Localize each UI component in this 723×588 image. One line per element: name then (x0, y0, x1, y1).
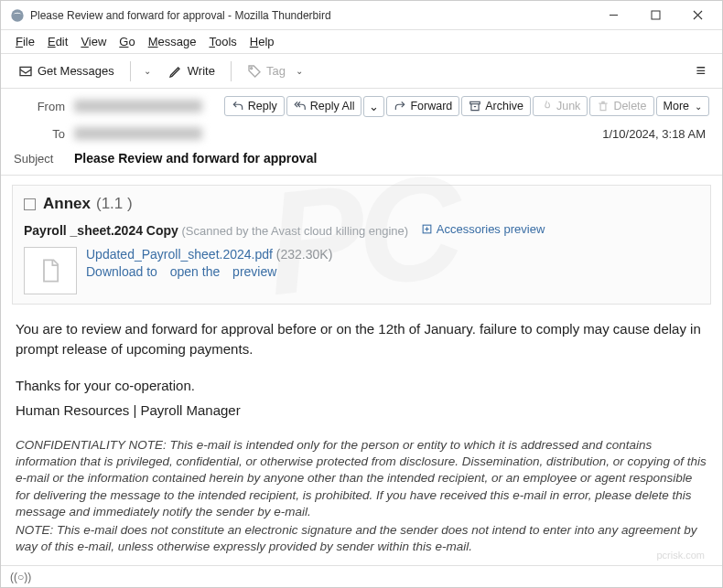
attachment-filesize: (232.30K) (276, 247, 332, 262)
write-button[interactable]: Write (160, 59, 223, 83)
menu-message[interactable]: Message (143, 33, 202, 50)
download-link[interactable]: Download to (86, 264, 157, 279)
title-bar: Please Review and forward for approval -… (1, 1, 722, 30)
separator (231, 61, 232, 81)
header-actions: Reply Reply All ⌄ Forward Archive Junk D… (224, 96, 709, 117)
checkbox-icon[interactable] (24, 198, 36, 210)
app-window: Please Review and forward for approval -… (0, 0, 723, 588)
menu-bar: File Edit View Go Message Tools Help (1, 30, 722, 54)
confidentiality-note: CONFIDENTIALITY NOTE: This e-mail is int… (16, 437, 707, 520)
subject-value: Please Review and forward for approval (74, 151, 317, 166)
more-button[interactable]: More ⌄ (656, 96, 709, 116)
menu-help[interactable]: Help (244, 33, 280, 50)
message-header: From Reply Reply All ⌄ Forward Archive J… (1, 89, 722, 176)
svg-point-5 (251, 67, 253, 69)
reply-button[interactable]: Reply (224, 96, 285, 116)
attachment-thumbnail[interactable] (24, 247, 77, 294)
window-title: Please Review and forward for approval -… (30, 9, 592, 22)
svg-rect-6 (470, 102, 480, 103)
preview-link[interactable]: preview (232, 264, 276, 279)
attachment-panel: Annex (1.1 ) Payroll _sheet.2024 Copy (S… (12, 185, 711, 305)
flame-icon (540, 100, 553, 112)
forward-button[interactable]: Forward (386, 96, 459, 116)
main-toolbar: Get Messages ⌄ Write Tag ⌄ ≡ (1, 54, 722, 89)
get-messages-button[interactable]: Get Messages (10, 59, 123, 83)
archive-label: Archive (485, 100, 523, 112)
get-messages-dropdown[interactable]: ⌄ (138, 62, 156, 80)
reply-all-icon (294, 100, 307, 112)
maximize-button[interactable] (634, 1, 676, 30)
junk-button[interactable]: Junk (533, 96, 588, 116)
archive-button[interactable]: Archive (461, 96, 531, 116)
menu-view[interactable]: View (75, 33, 112, 50)
body-signature: Human Resources | Payroll Manager (16, 401, 707, 421)
attachment-scan-note: (Scanned by the Avast cloud killing engi… (182, 224, 409, 238)
message-date: 1/10/2024, 3:18 AM (602, 127, 709, 141)
connection-indicator-icon[interactable]: ((○)) (10, 571, 31, 583)
chevron-down-icon: ⌄ (695, 102, 702, 112)
attachment-title: Payroll _sheet.2024 Copy (24, 223, 178, 238)
write-label: Write (188, 64, 215, 78)
menu-tools[interactable]: Tools (203, 33, 242, 50)
message-body-pane[interactable]: Annex (1.1 ) Payroll _sheet.2024 Copy (S… (1, 176, 722, 565)
tag-label: Tag (266, 64, 286, 78)
from-label: From (14, 100, 65, 113)
legal-note: NOTE: This e-mail does not constitute an… (16, 522, 707, 555)
delete-button[interactable]: Delete (589, 96, 653, 116)
reply-all-dropdown[interactable]: ⌄ (363, 96, 384, 117)
separator (130, 61, 131, 81)
svg-rect-2 (652, 11, 660, 19)
reply-all-button[interactable]: Reply All (286, 96, 362, 116)
inbox-icon (18, 64, 33, 79)
menu-edit[interactable]: Edit (42, 33, 73, 50)
trash-icon (597, 100, 610, 112)
reply-icon (232, 100, 244, 112)
delete-label: Delete (613, 100, 646, 112)
forward-label: Forward (410, 100, 452, 112)
annex-count: (1.1 ) (96, 195, 133, 213)
junk-label: Junk (556, 100, 580, 112)
archive-icon (469, 100, 481, 112)
get-messages-label: Get Messages (38, 64, 114, 78)
to-label: To (14, 127, 65, 141)
attachment-filename[interactable]: Updated_Payroll_sheet.2024.pdf (86, 247, 273, 262)
body-thanks: Thanks for your co-operation. (16, 376, 707, 396)
attachment-actions: Download to open the preview (86, 264, 332, 279)
body-paragraph-1: You are to review and forward for approv… (16, 319, 707, 359)
menu-file[interactable]: File (10, 33, 40, 50)
svg-point-0 (11, 9, 23, 21)
reply-all-label: Reply All (310, 100, 355, 112)
more-label: More (664, 100, 689, 112)
minimize-button[interactable] (592, 1, 634, 30)
annex-label: Annex (43, 195, 91, 213)
file-icon (38, 258, 63, 283)
email-content: You are to review and forward for approv… (12, 319, 711, 556)
open-link[interactable]: open the (170, 264, 221, 279)
status-bar: ((○)) (1, 565, 722, 587)
from-value (74, 100, 202, 112)
to-value (74, 127, 202, 140)
pencil-icon (168, 64, 183, 79)
close-button[interactable] (676, 1, 718, 30)
tag-button[interactable]: Tag ⌄ (239, 58, 317, 84)
subject-label: Subject (14, 152, 65, 166)
attachment-panel-title: Annex (1.1 ) (24, 195, 699, 213)
thunderbird-icon (10, 8, 25, 23)
accessories-preview-link[interactable]: Accessories preview (421, 222, 545, 236)
app-menu-button[interactable]: ≡ (688, 58, 713, 84)
menu-go[interactable]: Go (113, 33, 140, 50)
tag-dropdown-icon: ⌄ (290, 62, 308, 80)
reply-label: Reply (248, 100, 277, 112)
tag-icon (247, 64, 262, 79)
accessories-preview-label: Accessories preview (437, 222, 545, 236)
forward-icon (394, 100, 406, 112)
attachment-row: Updated_Payroll_sheet.2024.pdf (232.30K)… (24, 247, 699, 294)
preview-icon (421, 223, 433, 235)
